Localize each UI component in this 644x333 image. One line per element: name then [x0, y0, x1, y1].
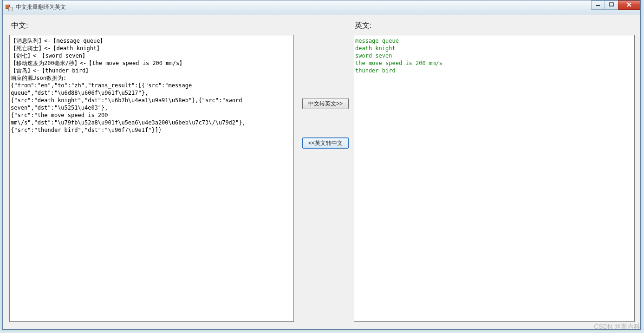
label-chinese: 中文:	[11, 21, 28, 31]
english-textbox[interactable]: message queue death knight sword seven t…	[354, 35, 635, 322]
app-icon	[6, 4, 13, 11]
svg-rect-0	[596, 5, 600, 6]
minimize-icon	[596, 2, 600, 8]
app-window: 中文批量翻译为英文 中文: 英文: 【消息队列】<-【message queue…	[2, 0, 641, 330]
en-to-cn-button[interactable]: <<英文转中文	[302, 137, 349, 149]
close-button[interactable]	[618, 0, 640, 10]
client-area: 中文: 英文: 【消息队列】<-【message queue】 【死亡骑士】<-…	[3, 14, 640, 329]
cn-to-en-button[interactable]: 中文转英文>>	[302, 98, 349, 109]
window-controls	[592, 0, 640, 11]
close-icon	[626, 2, 632, 8]
maximize-button[interactable]	[605, 0, 618, 10]
label-english: 英文:	[355, 21, 371, 31]
maximize-icon	[609, 2, 614, 8]
window-title: 中文批量翻译为英文	[16, 3, 66, 11]
titlebar[interactable]: 中文批量翻译为英文	[3, 0, 640, 14]
chinese-textbox[interactable]: 【消息队列】<-【message queue】 【死亡骑士】<-【death k…	[9, 35, 294, 322]
svg-rect-1	[610, 3, 613, 6]
minimize-button[interactable]	[591, 0, 605, 10]
